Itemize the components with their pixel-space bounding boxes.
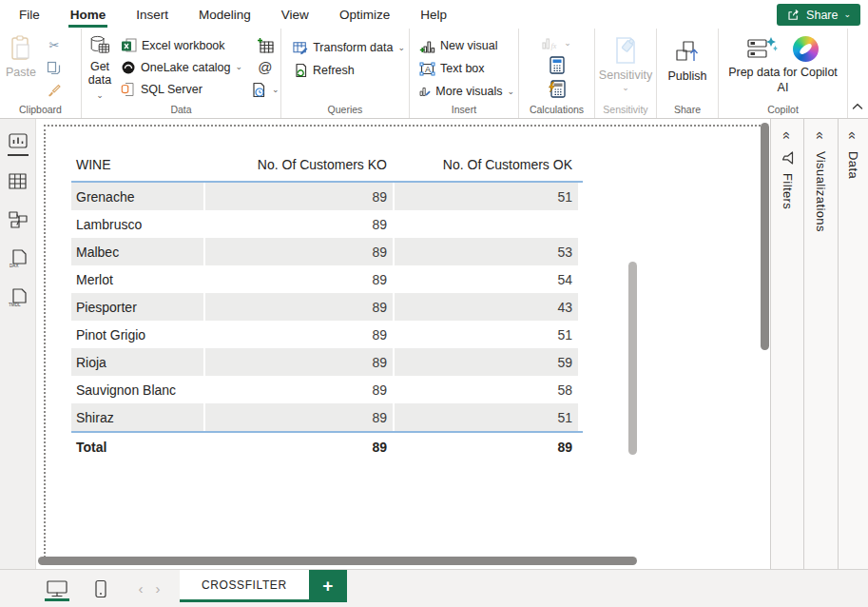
transform-data-icon <box>293 40 308 55</box>
sql-server-button[interactable]: SQL Server <box>117 79 246 101</box>
ribbon: Paste ✂ <box>0 29 868 119</box>
table-row[interactable]: Piesporter8943 <box>71 293 583 321</box>
previous-page-button[interactable]: ‹ <box>132 570 149 607</box>
report-canvas[interactable]: WINE No. Of Customers KO No. Of Customer… <box>36 119 770 569</box>
table-row[interactable]: Shiraz8951 <box>71 403 583 431</box>
more-visuals-button[interactable]: More visuals ⌄ <box>415 80 518 103</box>
expand-pane-icon[interactable]: « <box>781 131 795 139</box>
prep-data-button[interactable]: Prep data for Copilot AI <box>728 66 838 95</box>
monitor-icon <box>46 579 68 598</box>
format-painter-button[interactable] <box>44 80 65 101</box>
paste-label: Paste <box>6 66 36 79</box>
table-cell-wine: Shiraz <box>71 403 203 431</box>
text-box-icon: A <box>419 62 435 76</box>
text-box-button[interactable]: A Text box <box>415 57 518 80</box>
cut-button[interactable]: ✂ <box>44 35 65 56</box>
view-sidebar: DAX TMDL <box>0 119 36 569</box>
quick-measure-button[interactable] <box>544 79 570 101</box>
table-view-button[interactable] <box>7 169 29 192</box>
tmdl-label: TMDL <box>9 303 21 307</box>
column-header-wine[interactable]: WINE <box>71 157 203 172</box>
ribbon-group-share: Publish Share <box>657 29 719 118</box>
table-cell-ok: 43 <box>395 293 578 321</box>
canvas-horizontal-scrollbar[interactable] <box>38 557 637 565</box>
text-box-label: Text box <box>440 62 485 75</box>
dax-query-view-icon: DAX <box>8 248 29 269</box>
table-row[interactable]: Pinot Grigio8951 <box>71 321 583 348</box>
desktop-view-button[interactable] <box>43 570 71 607</box>
report-view-button[interactable] <box>7 130 29 153</box>
new-calculation-button[interactable] <box>545 54 569 76</box>
get-data-button[interactable]: Get data ⌄ <box>86 34 114 101</box>
transform-data-label: Transform data <box>313 41 393 54</box>
model-view-button[interactable] <box>7 208 29 231</box>
menu-modeling[interactable]: Modeling <box>199 8 251 22</box>
more-visuals-label: More visuals <box>435 85 502 98</box>
menu-insert[interactable]: Insert <box>136 8 168 22</box>
table-visual[interactable]: WINE No. Of Customers KO No. Of Customer… <box>71 148 583 460</box>
ribbon-group-insert: New visual A Text box <box>410 29 519 118</box>
filters-pane-collapsed[interactable]: « Filters <box>770 119 803 569</box>
onelake-icon <box>121 60 136 75</box>
group-label-share: Share <box>657 104 718 115</box>
share-button[interactable]: Share ⌄ <box>777 4 860 26</box>
dax-query-view-button[interactable]: DAX <box>7 247 29 270</box>
table-row[interactable]: Lambrusco89 <box>71 210 583 238</box>
total-ko-value: 89 <box>205 440 393 455</box>
table-row[interactable]: Merlot8954 <box>71 265 583 293</box>
onelake-catalog-button[interactable]: OneLake catalog ⌄ <box>117 56 246 78</box>
ribbon-group-data: Get data ⌄ Excel workbook <box>82 29 281 118</box>
excel-workbook-button[interactable]: Excel workbook <box>117 34 246 56</box>
column-header-customers-ok[interactable]: No. Of Customers OK <box>395 157 578 172</box>
new-measure-button[interactable]: fx ⌄ <box>538 34 575 52</box>
transform-data-button[interactable]: Transform data ⌄ <box>289 36 409 59</box>
collapse-ribbon-button[interactable] <box>852 97 863 114</box>
table-cell-ko: 89 <box>205 403 393 431</box>
scissors-icon: ✂ <box>49 38 60 52</box>
copy-button[interactable] <box>44 58 65 79</box>
table-row[interactable]: Grenache8951 <box>71 183 583 210</box>
visualizations-pane-label: Visualizations <box>814 151 828 232</box>
expand-pane-icon[interactable]: « <box>846 131 860 139</box>
paste-button[interactable]: Paste <box>6 34 36 101</box>
canvas-vertical-scrollbar[interactable] <box>761 123 769 350</box>
menu-file[interactable]: File <box>19 8 40 22</box>
publish-button[interactable]: Publish <box>668 38 707 101</box>
dataverse-button[interactable]: @ <box>256 56 274 78</box>
menu-help[interactable]: Help <box>420 8 447 22</box>
menu-bar: File Home Insert Modeling View Optimize … <box>0 0 868 29</box>
filter-icon <box>781 151 794 165</box>
refresh-button[interactable]: Refresh <box>289 59 409 82</box>
new-page-button[interactable]: + <box>309 570 347 602</box>
tmdl-view-button[interactable]: TMDL <box>7 286 29 309</box>
chevron-down-icon: ⌄ <box>843 10 851 19</box>
menu-home[interactable]: Home <box>70 8 106 22</box>
new-visual-button[interactable]: New visual <box>415 34 518 57</box>
new-table-button[interactable] <box>255 34 276 56</box>
table-row[interactable]: Rioja8959 <box>71 348 583 376</box>
menu-view[interactable]: View <box>281 8 309 22</box>
chevron-up-icon <box>852 103 863 110</box>
table-row[interactable]: Malbec8953 <box>71 238 583 265</box>
sensitivity-button[interactable]: Sensitivity ⌄ <box>595 34 656 92</box>
table-cell-ok: 51 <box>395 327 578 343</box>
next-page-button[interactable]: › <box>149 570 166 607</box>
expand-pane-icon[interactable]: « <box>814 131 828 139</box>
table-row[interactable]: Sauvignon Blanc8958 <box>71 376 583 403</box>
visualizations-pane-collapsed[interactable]: « Visualizations <box>803 119 838 569</box>
page-tab-crossfilter[interactable]: CROSSFILTER <box>180 570 309 602</box>
total-label: Total <box>71 440 203 455</box>
column-header-customers-ko[interactable]: No. Of Customers KO <box>205 157 393 172</box>
new-visual-label: New visual <box>440 39 497 52</box>
mobile-view-button[interactable] <box>87 570 115 607</box>
recent-sources-button[interactable]: ⌄ <box>249 79 281 101</box>
right-panes: « Filters « Visualizations « Data <box>770 119 868 569</box>
table-cell-ok: 58 <box>395 382 578 398</box>
share-label: Share <box>806 9 838 22</box>
database-icon <box>86 34 114 57</box>
table-cell-wine: Piesporter <box>71 293 203 321</box>
data-pane-collapsed[interactable]: « Data <box>838 119 868 569</box>
menu-optimize[interactable]: Optimize <box>339 8 390 22</box>
visual-scrollbar[interactable] <box>628 262 637 455</box>
more-visuals-icon <box>419 84 431 100</box>
